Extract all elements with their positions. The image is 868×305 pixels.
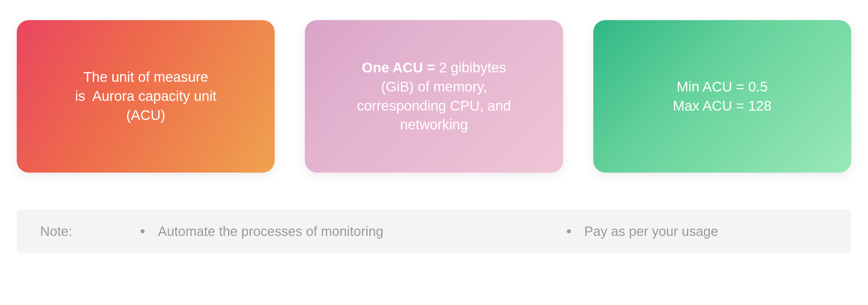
card3-line2: Max ACU = 128 (673, 98, 772, 114)
card3-line1: Min ACU = 0.5 (677, 79, 768, 94)
note-item-text: Pay as per your usage (584, 224, 718, 239)
note-item-text: Automate the processes of monitoring (158, 224, 383, 239)
card-acu-resources: One ACU = 2 gibibytes (GiB) of memory, c… (305, 20, 563, 173)
note-item: Pay as per your usage (567, 224, 828, 239)
card2-rest1: 2 gibibytes (435, 60, 506, 76)
bullet-icon (141, 229, 145, 233)
note-bar: Note: Automate the processes of monitori… (17, 210, 851, 253)
card1-line3: (ACU) (126, 107, 165, 123)
card-text: The unit of measure is Aurora capacity u… (75, 68, 217, 125)
card2-line2: (GiB) of memory, (381, 79, 487, 94)
card-text: Min ACU = 0.5 Max ACU = 128 (673, 77, 772, 115)
card2-line4: networking (400, 117, 468, 132)
note-label: Note: (40, 224, 141, 239)
card2-bold: One ACU = (362, 60, 435, 76)
card-acu-definition: The unit of measure is Aurora capacity u… (17, 20, 275, 173)
card-row: The unit of measure is Aurora capacity u… (17, 20, 851, 173)
card1-line1: The unit of measure (83, 69, 209, 85)
card-acu-range: Min ACU = 0.5 Max ACU = 128 (593, 20, 851, 173)
card-text: One ACU = 2 gibibytes (GiB) of memory, c… (357, 58, 511, 134)
note-item: Automate the processes of monitoring (141, 224, 567, 239)
card1-line2: is Aurora capacity unit (75, 88, 217, 104)
bullet-icon (567, 229, 571, 233)
card2-line3: corresponding CPU, and (357, 98, 511, 114)
